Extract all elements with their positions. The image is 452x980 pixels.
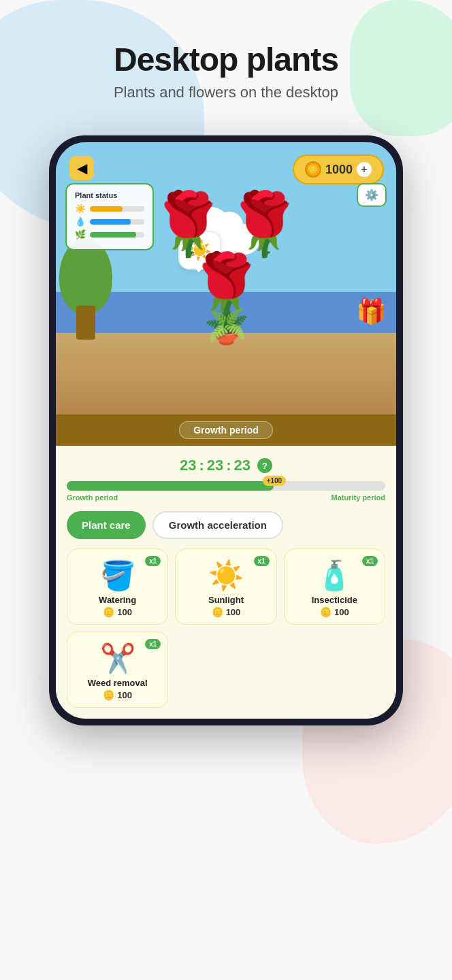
phone-mockup: ◀ 🪙 1000 + Plant status ☀️ (49, 135, 403, 725)
status-row-water: 💧 (75, 216, 144, 227)
game-icons-right: ⚙️ (357, 183, 387, 207)
plant-status-title: Plant status (75, 191, 144, 199)
phone-screen: ◀ 🪙 1000 + Plant status ☀️ (56, 142, 396, 719)
water-bar-bg (90, 219, 144, 225)
sunlight-badge: x1 (254, 556, 270, 566)
weed-removal-price-value: 100 (117, 690, 132, 700)
plant-display: 🌹🌹🌹 🪴 (150, 193, 302, 346)
progress-labels: Growth period Maturity period (67, 493, 385, 502)
tree-decoration (56, 244, 117, 340)
sun-bar-bg (90, 206, 144, 212)
sun-bar-fill (90, 206, 123, 212)
tabs-row: Plant care Growth acceleration (67, 511, 385, 539)
app-subtitle: Plants and flowers on the desktop (14, 84, 438, 101)
leaf-bar-fill (90, 232, 136, 238)
coin-counter[interactable]: 🪙 1000 + (293, 154, 384, 184)
game-scene: ◀ 🪙 1000 + Plant status ☀️ (56, 142, 396, 414)
sunlight-name: Sunlight (182, 595, 269, 605)
water-status-icon: 💧 (75, 216, 86, 227)
sunlight-coin-icon: 🪙 (212, 606, 223, 617)
progress-label-left: Growth period (67, 493, 118, 502)
weed-removal-badge: x1 (145, 639, 161, 649)
insecticide-name: Insecticide (291, 595, 378, 605)
plant-status-card: Plant status ☀️ 💧 🌿 (65, 183, 154, 250)
watering-name: Watering (74, 595, 161, 605)
bottom-panel: 23 : 23 : 23 ? +100 Growth period (56, 446, 396, 719)
add-coin-button[interactable]: + (357, 162, 372, 177)
status-row-sun: ☀️ (75, 203, 144, 214)
watering-badge: x1 (145, 556, 161, 566)
back-button[interactable]: ◀ (69, 156, 94, 180)
sunlight-price: 🪙 100 (182, 606, 269, 617)
app-title: Desktop plants (14, 41, 438, 78)
care-items-grid: x1 🪣 Watering 🪙 100 x1 ☀️ Sunlight (67, 549, 385, 625)
water-bar-fill (90, 219, 131, 225)
progress-badge: +100 (263, 476, 287, 486)
tree-trunk (76, 306, 95, 340)
leaf-bar-bg (90, 232, 144, 238)
timer-row: 23 : 23 : 23 ? (67, 457, 385, 474)
insecticide-price: 🪙 100 (291, 606, 378, 617)
care-item-insecticide[interactable]: x1 🧴 Insecticide 🪙 100 (284, 549, 385, 625)
settings-icon: ⚙️ (365, 189, 378, 201)
leaf-status-icon: 🌿 (75, 229, 86, 240)
coin-icon: 🪙 (305, 161, 321, 178)
timer-sep-2: : (226, 457, 231, 474)
status-row-leaf: 🌿 (75, 229, 144, 240)
tab-growth-acceleration[interactable]: Growth acceleration (152, 511, 283, 539)
tab-plant-care[interactable]: Plant care (67, 511, 146, 539)
sunlight-price-value: 100 (226, 607, 241, 617)
insecticide-badge: x1 (362, 556, 378, 566)
growth-banner-label: Growth period (179, 421, 273, 439)
gift-icon[interactable]: 🎁 (356, 297, 387, 326)
back-arrow-icon: ◀ (77, 160, 87, 176)
progress-bar-bg: +100 (67, 481, 385, 491)
timer-help-button[interactable]: ? (257, 458, 272, 473)
insecticide-price-value: 100 (334, 607, 349, 617)
pot-icon: 🪴 (150, 304, 302, 346)
settings-icon-box[interactable]: ⚙️ (357, 183, 387, 207)
phone-wrapper: ◀ 🪙 1000 + Plant status ☀️ (0, 135, 452, 753)
timer-sep-1: : (199, 457, 204, 474)
weed-removal-price: 🪙 100 (74, 689, 161, 700)
sun-status-icon: ☀️ (75, 203, 86, 214)
watering-coin-icon: 🪙 (103, 606, 114, 617)
watering-price-value: 100 (117, 607, 132, 617)
watering-price: 🪙 100 (74, 606, 161, 617)
timer-hours: 23 (180, 457, 196, 474)
app-header: Desktop plants Plants and flowers on the… (0, 0, 452, 115)
care-items-bottom-row: x1 ✂️ Weed removal 🪙 100 (67, 632, 385, 708)
timer-minutes: 23 (207, 457, 223, 474)
care-item-watering[interactable]: x1 🪣 Watering 🪙 100 (67, 549, 168, 625)
timer-seconds: 23 (234, 457, 251, 474)
insecticide-coin-icon: 🪙 (320, 606, 332, 617)
coin-amount: 1000 (325, 163, 353, 177)
care-item-sunlight[interactable]: x1 ☀️ Sunlight 🪙 100 (175, 549, 276, 625)
progress-bar-fill: +100 (67, 481, 274, 491)
weed-removal-coin-icon: 🪙 (103, 689, 114, 700)
weed-removal-name: Weed removal (74, 678, 161, 688)
progress-label-right: Maturity period (332, 493, 385, 502)
progress-section: +100 Growth period Maturity period (67, 481, 385, 502)
flower-icon: 🌹🌹🌹 (150, 190, 302, 319)
care-item-weed-removal[interactable]: x1 ✂️ Weed removal 🪙 100 (67, 632, 168, 708)
growth-banner: Growth period (56, 414, 396, 446)
